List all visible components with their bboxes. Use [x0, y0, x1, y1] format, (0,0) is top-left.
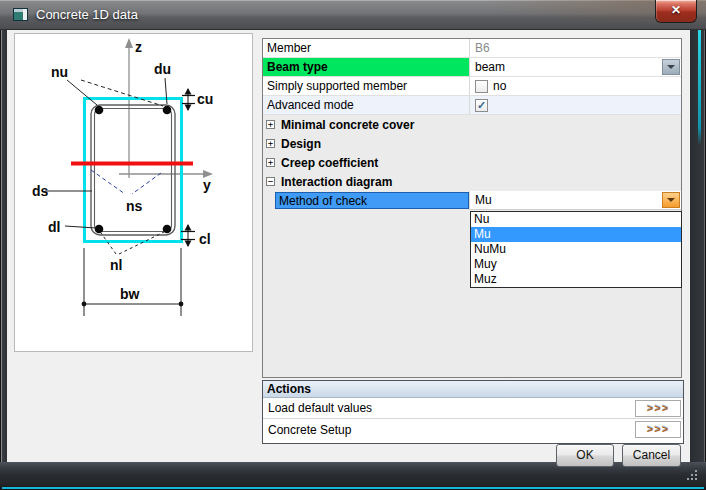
member-value: B6 [475, 41, 490, 55]
label-dl: dl [48, 219, 60, 235]
du-leader [165, 78, 167, 104]
group-label: Minimal concrete cover [281, 118, 414, 132]
label-ds: ds [32, 183, 49, 199]
cross-section-svg: z y nu du cu ds ns dl cl nl bw [15, 34, 252, 351]
dropdown-option-mu-selected[interactable]: Mu [471, 227, 681, 242]
nu-leader [67, 80, 97, 105]
property-value: B6 [470, 39, 681, 57]
window-title: Concrete 1D data [36, 7, 138, 22]
label-nu: nu [51, 64, 68, 80]
expand-icon[interactable]: + [266, 139, 275, 148]
property-row-advanced-mode[interactable]: Advanced mode ✓ [263, 96, 681, 115]
window-frame-right [690, 30, 706, 462]
stirrup-outer [91, 105, 175, 235]
rebar-top-left [95, 106, 104, 115]
property-label: Beam type [263, 58, 470, 76]
frame-bottom-accent [2, 487, 704, 489]
method-of-check-select[interactable]: Mu [470, 191, 681, 210]
action-label: Concrete Setup [263, 423, 635, 437]
method-of-check-label-selected[interactable]: Method of check [275, 192, 469, 209]
beam-type-value: beam [475, 60, 505, 74]
ns-leader-right [132, 173, 161, 194]
close-button[interactable]: ✕ [655, 0, 697, 23]
actions-header: Actions [263, 381, 683, 398]
cross-section-diagram: z y nu du cu ds ns dl cl nl bw [14, 33, 253, 352]
expand-icon[interactable]: + [266, 158, 275, 167]
cl-arrow-up-icon [185, 224, 192, 231]
property-label: Simply supported member [263, 77, 470, 95]
property-grid: Member B6 Beam type beam Simply supporte… [262, 38, 682, 378]
group-row-design[interactable]: + Design [263, 134, 681, 153]
dropdown-option-muy[interactable]: Muy [471, 257, 681, 272]
actions-panel: Actions Load default values >>> Concrete… [262, 380, 684, 444]
beam-type-select[interactable]: beam [470, 58, 681, 76]
concrete-setup-button[interactable]: >>> [635, 421, 681, 438]
property-row-method-of-check[interactable]: Method of check Mu [263, 191, 681, 210]
chevron-down-icon [667, 65, 675, 69]
method-of-check-value: Mu [475, 193, 492, 207]
group-row-creep-coefficient[interactable]: + Creep coefficient [263, 153, 681, 172]
property-label: Member [263, 39, 470, 57]
dropdown-button-open[interactable] [662, 192, 680, 208]
group-row-minimal-concrete-cover[interactable]: + Minimal concrete cover [263, 115, 681, 134]
expand-icon[interactable]: + [266, 120, 275, 129]
dialog-window: Concrete 1D data ✕ [0, 0, 706, 490]
property-row-beam-type[interactable]: Beam type beam [263, 58, 681, 77]
label-du: du [154, 61, 171, 77]
cu-arrow-up-icon [185, 88, 192, 95]
label-ns: ns [126, 198, 143, 214]
cl-arrow-down-icon [185, 241, 192, 248]
checkbox-label: no [493, 79, 506, 93]
method-of-check-labelwrap: Method of check [263, 191, 470, 210]
advanced-mode-checkbox[interactable]: ✓ [475, 99, 488, 112]
action-label: Load default values [263, 401, 635, 415]
resize-grip[interactable] [685, 468, 699, 482]
z-axis-arrow-icon [125, 38, 133, 48]
action-row-load-defaults: Load default values >>> [263, 398, 683, 419]
group-label: Interaction diagram [281, 175, 392, 189]
property-row-simply-supported[interactable]: Simply supported member no [263, 77, 681, 96]
collapse-icon[interactable]: − [266, 177, 275, 186]
section-outline [85, 99, 182, 242]
property-value: no [470, 77, 681, 95]
label-cl: cl [199, 231, 211, 247]
group-row-interaction-diagram[interactable]: − Interaction diagram [263, 172, 681, 191]
group-label: Creep coefficient [281, 156, 378, 170]
bw-dim-dot-left [82, 302, 87, 307]
label-cu: cu [197, 91, 213, 107]
frame-accent [698, 30, 701, 145]
label-bw: bw [120, 286, 140, 302]
dropdown-option-numu[interactable]: NuMu [471, 242, 681, 257]
rebar-bottom-left [95, 225, 104, 234]
chevron-down-icon [667, 198, 675, 202]
simply-supported-checkbox[interactable] [475, 80, 488, 93]
method-dropdown-list: Nu Mu NuMu Muy Muz [470, 211, 682, 288]
ok-button[interactable]: OK [556, 444, 614, 467]
rebar-top-right [163, 106, 172, 115]
group-label: Design [281, 137, 321, 151]
label-z: z [135, 39, 142, 55]
load-default-values-button[interactable]: >>> [635, 400, 681, 417]
bw-dim-dot-right [179, 302, 184, 307]
cu-arrow-down-icon [185, 105, 192, 112]
property-value: ✓ [470, 96, 681, 114]
dropdown-option-nu[interactable]: Nu [471, 212, 681, 227]
app-icon [13, 8, 28, 21]
property-label: Advanced mode [263, 96, 470, 114]
window-frame-left [0, 30, 7, 462]
dropdown-option-muz[interactable]: Muz [471, 272, 681, 287]
dropdown-button[interactable] [662, 59, 680, 75]
cancel-button[interactable]: Cancel [622, 444, 681, 467]
label-y: y [203, 177, 211, 193]
label-nl: nl [110, 257, 122, 273]
property-row-member[interactable]: Member B6 [263, 39, 681, 58]
nl-leader-left [101, 233, 116, 254]
action-row-concrete-setup: Concrete Setup >>> [263, 419, 683, 440]
